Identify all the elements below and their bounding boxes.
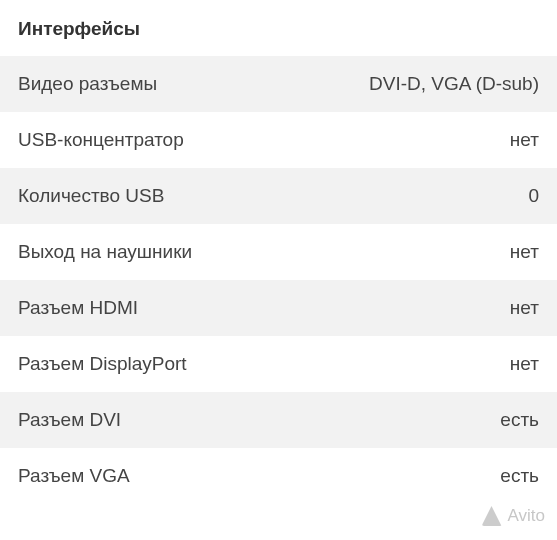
table-row: Количество USB 0 — [0, 168, 557, 224]
spec-value: нет — [510, 241, 539, 263]
spec-value: DVI-D, VGA (D-sub) — [369, 73, 539, 95]
table-row: Разъем VGA есть — [0, 448, 557, 504]
spec-value: нет — [510, 297, 539, 319]
spec-label: Разъем DVI — [18, 409, 121, 431]
watermark-text: Avito — [508, 506, 546, 526]
spec-label: Видео разъемы — [18, 73, 157, 95]
table-row: Разъем HDMI нет — [0, 280, 557, 336]
table-row: USB-концентратор нет — [0, 112, 557, 168]
spec-label: Разъем HDMI — [18, 297, 138, 319]
section-header: Интерфейсы — [0, 0, 557, 56]
avito-logo-icon — [482, 506, 502, 526]
table-row: Видео разъемы DVI-D, VGA (D-sub) — [0, 56, 557, 112]
spec-value: 0 — [528, 185, 539, 207]
table-row: Разъем DVI есть — [0, 392, 557, 448]
spec-label: Количество USB — [18, 185, 164, 207]
table-row: Разъем DisplayPort нет — [0, 336, 557, 392]
spec-value: нет — [510, 129, 539, 151]
spec-label: Выход на наушники — [18, 241, 192, 263]
spec-value: есть — [500, 409, 539, 431]
spec-table: Интерфейсы Видео разъемы DVI-D, VGA (D-s… — [0, 0, 557, 504]
table-row: Выход на наушники нет — [0, 224, 557, 280]
spec-label: USB-концентратор — [18, 129, 184, 151]
spec-label: Разъем VGA — [18, 465, 130, 487]
spec-value: нет — [510, 353, 539, 375]
section-title: Интерфейсы — [18, 18, 140, 39]
watermark: Avito — [482, 506, 546, 526]
spec-label: Разъем DisplayPort — [18, 353, 187, 375]
spec-value: есть — [500, 465, 539, 487]
